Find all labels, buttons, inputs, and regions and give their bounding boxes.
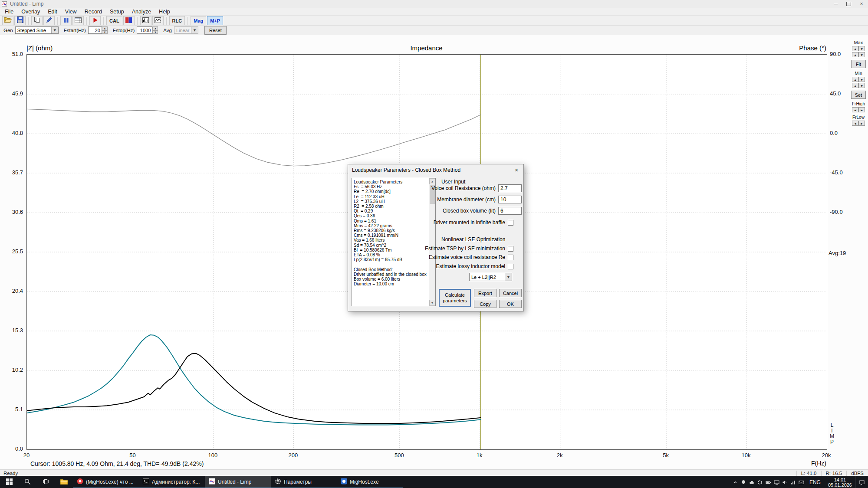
network-icon[interactable]	[789, 476, 797, 488]
frhigh-right-button[interactable]: ▶	[858, 107, 865, 112]
frlow-right-button[interactable]: ▶	[858, 121, 865, 126]
set-button[interactable]: Set	[851, 91, 866, 99]
estimate-inductor-checkbox[interactable]	[508, 264, 513, 269]
menu-item-view[interactable]: View	[61, 9, 81, 15]
menu-item-setup[interactable]: Setup	[106, 9, 128, 15]
taskbar-button-console[interactable]: Администратор: К...	[139, 476, 205, 488]
fstart-input[interactable]: 20	[88, 26, 102, 34]
menu-item-overlay[interactable]: Overlay	[17, 9, 44, 15]
y-axis-tick-label: 30.6	[3, 209, 23, 215]
maximize-button[interactable]	[842, 0, 855, 8]
console-icon	[143, 478, 149, 486]
inductor-model-select[interactable]: Le + L2||R2 ▼	[469, 273, 512, 281]
open-file-button[interactable]	[2, 16, 13, 25]
minimize-button[interactable]	[829, 0, 842, 8]
cloud-icon[interactable]	[748, 476, 756, 488]
fit-button[interactable]: Fit	[851, 60, 866, 68]
battery-icon[interactable]	[764, 476, 773, 488]
ok-button[interactable]: OK	[499, 300, 522, 308]
x-axis-tick-label: 500	[395, 452, 404, 459]
file-explorer-button[interactable]	[55, 476, 73, 488]
start-button[interactable]	[0, 476, 18, 488]
display-icon[interactable]	[773, 476, 781, 488]
voice-coil-resistance-input[interactable]: 2.7	[498, 184, 522, 192]
menu-item-help[interactable]: Help	[155, 9, 174, 15]
calculate-parameters-button[interactable]: Calculate parameters	[439, 289, 471, 307]
hidden-icons-button[interactable]	[731, 476, 740, 488]
scroll-up-button[interactable]: ▲	[429, 178, 435, 184]
close-button[interactable]: ×	[855, 0, 868, 8]
min-fine-down-button[interactable]: ▼	[858, 83, 865, 88]
edit-button[interactable]	[43, 16, 55, 25]
x-axis-tick-label: 5k	[663, 452, 669, 459]
table-icon	[75, 17, 82, 25]
x-axis-tick-label: 200	[288, 452, 298, 459]
scroll-down-button[interactable]: ▼	[429, 300, 435, 306]
magnitude-phase-toggle-button[interactable]: M+P	[207, 16, 223, 25]
frlow-left-button[interactable]: ◀	[852, 121, 858, 126]
volume-icon[interactable]	[781, 476, 789, 488]
estimate-tsp-checkbox[interactable]	[508, 246, 513, 252]
infinite-baffle-label: Driver mounted in infinite baffle	[395, 219, 505, 226]
language-indicator[interactable]: ENG	[806, 479, 825, 485]
waveform-button[interactable]	[152, 16, 164, 25]
fstop-value: 1000	[140, 28, 151, 33]
infinite-baffle-checkbox[interactable]	[508, 220, 513, 226]
membrane-diameter-input[interactable]: 10	[498, 196, 522, 203]
max-up-button[interactable]: ▲	[852, 46, 858, 51]
clock[interactable]: 14:01 05.01.2026	[825, 477, 855, 488]
generator-type-select[interactable]: Stepped Sine ▼	[15, 26, 59, 34]
max-fine-up-button[interactable]: ▲	[852, 52, 858, 57]
message-icon[interactable]	[797, 476, 806, 488]
menu-item-analyze[interactable]: Analyze	[128, 9, 155, 15]
start-recording-button[interactable]	[89, 16, 101, 25]
copy-button[interactable]	[31, 16, 43, 25]
reset-button[interactable]: Reset	[204, 26, 227, 35]
fstop-down-button[interactable]: ▼	[152, 30, 158, 34]
estimate-re-checkbox[interactable]	[508, 255, 513, 260]
spectrum-button[interactable]	[140, 16, 151, 25]
rlc-button[interactable]: RLC	[169, 16, 185, 25]
x-axis-tick-label: 1k	[477, 452, 483, 459]
max-down-button[interactable]: ▼	[858, 46, 865, 51]
export-button[interactable]: Export	[474, 289, 496, 297]
dialog-titlebar[interactable]: Loudspeaker Parameters - Closed Box Meth…	[348, 164, 523, 175]
data-table-button[interactable]	[72, 16, 84, 25]
task-view-button[interactable]	[36, 476, 55, 488]
dialog-close-button[interactable]: ×	[510, 164, 523, 175]
action-center-button[interactable]	[855, 476, 868, 488]
min-down-button[interactable]: ▼	[858, 77, 865, 82]
stop-button[interactable]	[60, 16, 72, 25]
menu-item-file[interactable]: File	[1, 9, 17, 15]
min-up-button[interactable]: ▲	[852, 77, 858, 82]
update-icon[interactable]	[756, 476, 764, 488]
cancel-button[interactable]: Cancel	[499, 289, 522, 297]
magnitude-toggle-button[interactable]: Mag	[191, 16, 206, 25]
fstart-down-button[interactable]: ▼	[102, 30, 108, 34]
search-button[interactable]	[18, 476, 36, 488]
taskbar-button-limp[interactable]: Untitled - Limp	[205, 476, 271, 488]
menu-item-edit[interactable]: Edit	[44, 9, 61, 15]
fstart-up-button[interactable]: ▲	[102, 26, 108, 30]
fstop-input[interactable]: 1000	[137, 26, 152, 34]
calibrate-button[interactable]: CAL	[106, 16, 122, 25]
menu-item-record[interactable]: Record	[81, 9, 106, 15]
spectrum-bars-icon	[142, 17, 149, 25]
x-axis-tick-label: 50	[129, 452, 135, 459]
copy-button[interactable]: Copy	[474, 300, 496, 308]
taskbar-button-mighost[interactable]: MigHost.exe	[337, 476, 403, 488]
min-fine-up-button[interactable]: ▲	[852, 83, 858, 88]
max-fine-down-button[interactable]: ▼	[858, 52, 865, 57]
closed-box-volume-input[interactable]: 6	[498, 207, 522, 215]
frhigh-left-button[interactable]: ◀	[852, 107, 858, 112]
fstop-up-button[interactable]: ▲	[152, 26, 158, 30]
save-file-button[interactable]	[14, 16, 26, 25]
frequency-response-button[interactable]	[123, 16, 135, 25]
taskbar-button-settings[interactable]: Параметры	[271, 476, 337, 488]
phase-tick-label: 45.0	[830, 90, 841, 97]
gear-icon	[275, 478, 281, 486]
pen-icon	[46, 16, 53, 25]
taskbar-button-browser[interactable]: (MigHost.exe) что ...	[73, 476, 139, 488]
toolbar-separator	[28, 17, 29, 25]
antivirus-shield-icon[interactable]	[740, 476, 748, 488]
